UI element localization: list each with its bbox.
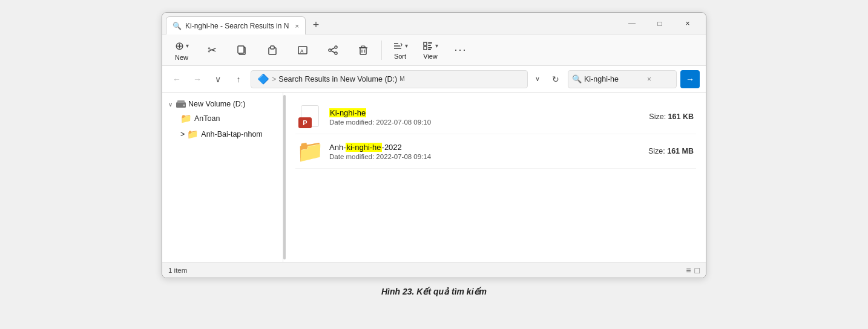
refresh-icon: ↻ — [552, 74, 559, 84]
navigation-pane: ∨ New Volume (D:) 📁 AnToan > 📁 Anh-Bai-t… — [162, 93, 283, 262]
file-meta-anh-ki-nghi-he: Date modified: 2022-07-08 09:14 — [329, 153, 626, 160]
list-view-icon[interactable]: ≡ — [686, 265, 691, 275]
status-text: 1 item — [168, 267, 686, 274]
file-name-highlight-2: ki-nghi-he — [346, 143, 381, 152]
address-separator: > — [272, 75, 276, 83]
file-details-anh-ki-nghi-he: Anh-ki-nghi-he-2022 Date modified: 2022-… — [329, 143, 626, 160]
folder-anh-expand-chevron: > — [180, 130, 185, 138]
toolbar-separator — [381, 41, 382, 60]
delete-icon — [358, 45, 369, 56]
address-dropdown-button[interactable]: ∨ — [531, 74, 544, 84]
file-name-anh-ki-nghi-he: Anh-ki-nghi-he-2022 — [329, 143, 626, 152]
more-options-button[interactable]: ··· — [446, 41, 475, 59]
folder-address-icon: 🔷 — [257, 73, 269, 85]
nav-item-anh-bai[interactable]: > 📁 Anh-Bai-tap-nhom — [162, 126, 283, 142]
main-content: ∨ New Volume (D:) 📁 AnToan > 📁 Anh-Bai-t… — [162, 93, 706, 262]
view-button[interactable]: ▾ View — [416, 38, 445, 62]
svg-point-7 — [329, 49, 331, 51]
view-icon: ▾ — [422, 41, 438, 51]
new-tab-button[interactable]: + — [306, 16, 327, 34]
svg-point-8 — [335, 52, 337, 54]
sort-icon: ▾ — [392, 41, 408, 51]
close-button[interactable]: × — [674, 15, 701, 33]
svg-line-10 — [331, 51, 335, 53]
search-box[interactable]: 🔍 × — [568, 70, 677, 88]
back-button[interactable]: ← — [168, 71, 185, 88]
figure-caption: Hình 23. Kết quả tìm kiếm — [381, 287, 487, 296]
sort-label: Sort — [394, 53, 406, 60]
svg-rect-22 — [428, 45, 431, 46]
copy-icon — [237, 45, 248, 56]
file-name-prefix: Anh- — [329, 143, 346, 152]
nav-item-antoan[interactable]: 📁 AnToan — [162, 111, 283, 126]
address-path: Search Results in New Volume (D:) — [278, 75, 397, 83]
file-item-anh-ki-nghi-he[interactable]: 📁 Anh-ki-nghi-he-2022 Date modified: 202… — [295, 134, 696, 169]
file-name-suffix: -2022 — [382, 143, 402, 152]
file-size-anh-ki-nghi-he: Size: 161 MB — [633, 147, 694, 155]
svg-rect-1 — [238, 46, 244, 53]
window-controls: — □ × — [619, 15, 706, 33]
svg-rect-21 — [428, 42, 432, 44]
folder-file-icon: 📁 — [298, 139, 322, 163]
search-input[interactable] — [584, 75, 645, 83]
file-size-ki-nghi-he: Size: 161 KB — [633, 112, 694, 121]
cut-button[interactable]: ✂ — [197, 41, 226, 59]
paste-button[interactable] — [258, 42, 287, 58]
folder-anh-icon: 📁 — [187, 129, 199, 140]
file-details-ki-nghi-he: Ki-nghi-he Date modified: 2022-07-08 09:… — [329, 108, 626, 126]
sort-button[interactable]: ▾ Sort — [386, 38, 415, 62]
search-clear-button[interactable]: × — [647, 75, 651, 83]
search-go-button[interactable]: → — [680, 70, 700, 88]
folder-anh-label: Anh-Bai-tap-nhom — [201, 130, 262, 138]
folder-icon-anh: 📁 — [297, 138, 324, 164]
svg-rect-3 — [271, 46, 274, 49]
view-label: View — [423, 53, 438, 60]
file-name-highlight: Ki-nghi-he — [329, 108, 366, 117]
new-icon: ⊕ ▾ — [175, 39, 189, 53]
file-item-ki-nghi-he[interactable]: P Ki-nghi-he Date modified: 2022-07-08 0… — [295, 100, 696, 134]
share-icon — [327, 45, 338, 56]
down-icon: ∨ — [215, 74, 221, 84]
forward-button[interactable]: → — [189, 71, 206, 88]
svg-rect-24 — [428, 49, 431, 50]
nav-item-drive[interactable]: ∨ New Volume (D:) — [162, 97, 283, 111]
more-icon: ··· — [454, 44, 467, 56]
search-icon: 🔍 — [572, 74, 582, 83]
svg-rect-20 — [424, 47, 427, 50]
minimize-button[interactable]: — — [619, 15, 645, 33]
new-button[interactable]: ⊕ ▾ New — [167, 37, 196, 64]
new-label: New — [175, 54, 188, 61]
rename-button[interactable]: A — [288, 42, 317, 58]
grid-view-icon[interactable]: □ — [695, 265, 700, 275]
ppt-file-icon: P — [298, 105, 322, 129]
active-tab[interactable]: 🔍 Ki-nghi-he - Search Results in N × — [166, 16, 306, 34]
delete-button[interactable] — [349, 42, 378, 58]
tab-strip: 🔍 Ki-nghi-he - Search Results in N × + — [162, 13, 619, 34]
svg-point-6 — [335, 46, 337, 48]
toolbar: ⊕ ▾ New ✂ — [162, 34, 706, 66]
file-name-ki-nghi-he: Ki-nghi-he — [329, 108, 626, 117]
refresh-button[interactable]: ↻ — [547, 71, 564, 88]
file-meta-ki-nghi-he: Date modified: 2022-07-08 09:10 — [329, 119, 626, 126]
address-bar-row: ← → ∨ ↑ 🔷 > Search Results in New Volume… — [162, 66, 706, 93]
tab-search-icon: 🔍 — [173, 22, 182, 30]
svg-text:A: A — [300, 48, 304, 54]
down-button[interactable]: ∨ — [209, 71, 226, 88]
cut-icon: ✂ — [208, 44, 217, 57]
share-button[interactable] — [318, 42, 347, 58]
svg-rect-23 — [428, 47, 432, 48]
svg-rect-26 — [177, 100, 185, 103]
svg-point-27 — [183, 105, 185, 106]
explorer-window: 🔍 Ki-nghi-he - Search Results in N × + —… — [162, 12, 706, 278]
svg-rect-15 — [361, 46, 365, 48]
folder-antoan-icon: 📁 — [180, 113, 192, 124]
tab-close-button[interactable]: × — [295, 22, 298, 30]
svg-rect-19 — [424, 42, 427, 45]
copy-button[interactable] — [228, 42, 257, 58]
search-go-icon: → — [686, 74, 694, 84]
up-button[interactable]: ↑ — [230, 71, 247, 88]
address-box[interactable]: 🔷 > Search Results in New Volume (D:) M — [251, 70, 528, 88]
drive-icon — [176, 100, 186, 108]
back-icon: ← — [173, 74, 181, 84]
maximize-button[interactable]: □ — [646, 15, 673, 33]
